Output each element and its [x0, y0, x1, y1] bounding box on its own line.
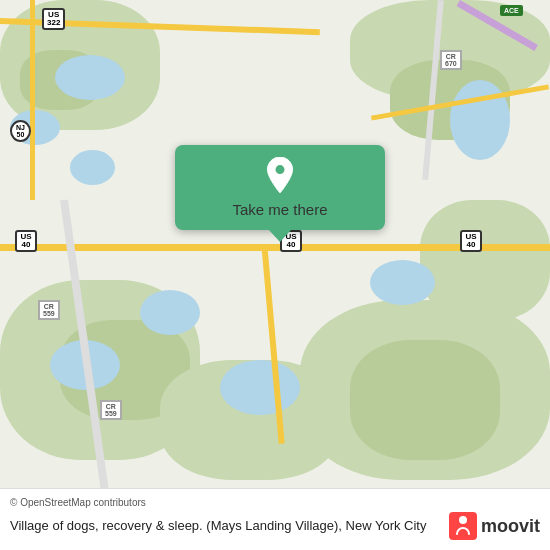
map-container: US322 NJ50 US40 US40 US40 CR559 CR559 CR…	[0, 0, 550, 550]
water-body	[220, 360, 300, 415]
cr559-shield2: CR559	[100, 400, 122, 420]
location-name: Village of dogs, recovery & sleep. (Mays…	[10, 518, 449, 535]
water-body	[370, 260, 435, 305]
ace-shield: ACE	[500, 5, 523, 16]
moovit-logo: moovit	[449, 512, 540, 540]
water-body	[55, 55, 125, 100]
svg-point-2	[459, 516, 467, 524]
map-tooltip[interactable]: Take me there	[175, 145, 385, 230]
osm-text: © OpenStreetMap contributors	[10, 497, 146, 508]
water-body	[140, 290, 200, 335]
forest-area	[350, 340, 500, 460]
us322-shield: US322	[42, 8, 65, 30]
cr670-shield: CR670	[440, 50, 462, 70]
nj50-shield: NJ50	[10, 120, 31, 142]
moovit-brand-name: moovit	[481, 516, 540, 537]
bottom-bar: © OpenStreetMap contributors Village of …	[0, 488, 550, 550]
moovit-brand-icon	[449, 512, 477, 540]
road-nj50	[30, 0, 35, 200]
osm-attribution: © OpenStreetMap contributors	[10, 497, 540, 508]
cr559-shield: CR559	[38, 300, 60, 320]
water-body	[70, 150, 115, 185]
us40-shield-left: US40	[15, 230, 37, 252]
forest-area	[420, 200, 550, 320]
location-pin-icon	[262, 157, 298, 193]
tooltip-label: Take me there	[232, 201, 327, 218]
svg-point-0	[276, 165, 285, 174]
bottom-content: Village of dogs, recovery & sleep. (Mays…	[10, 512, 540, 540]
us40-shield-right: US40	[460, 230, 482, 252]
